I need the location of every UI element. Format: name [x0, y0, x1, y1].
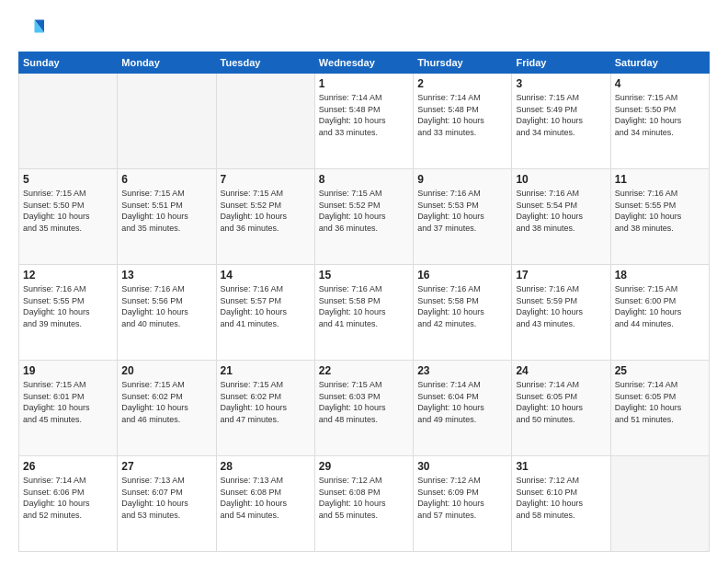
calendar-header-wednesday: Wednesday — [314, 52, 413, 74]
week-row-5: 26Sunrise: 7:14 AM Sunset: 6:06 PM Dayli… — [19, 456, 710, 552]
calendar-cell: 28Sunrise: 7:13 AM Sunset: 6:08 PM Dayli… — [216, 456, 314, 552]
day-info: Sunrise: 7:14 AM Sunset: 5:48 PM Dayligh… — [319, 92, 409, 138]
day-number: 23 — [417, 364, 507, 377]
calendar-cell — [19, 74, 118, 169]
day-number: 18 — [615, 269, 705, 282]
calendar-cell: 12Sunrise: 7:16 AM Sunset: 5:55 PM Dayli… — [19, 265, 118, 361]
day-info: Sunrise: 7:15 AM Sunset: 6:03 PM Dayligh… — [319, 379, 409, 425]
day-info: Sunrise: 7:16 AM Sunset: 5:55 PM Dayligh… — [23, 283, 113, 329]
calendar-cell: 3Sunrise: 7:15 AM Sunset: 5:49 PM Daylig… — [512, 74, 610, 169]
day-info: Sunrise: 7:14 AM Sunset: 6:05 PM Dayligh… — [516, 379, 606, 425]
day-number: 29 — [319, 460, 409, 473]
week-row-3: 12Sunrise: 7:16 AM Sunset: 5:55 PM Dayli… — [19, 265, 710, 361]
calendar-cell: 16Sunrise: 7:16 AM Sunset: 5:58 PM Dayli… — [414, 265, 512, 361]
calendar-cell: 17Sunrise: 7:16 AM Sunset: 5:59 PM Dayli… — [512, 265, 610, 361]
calendar-cell: 27Sunrise: 7:13 AM Sunset: 6:07 PM Dayli… — [118, 456, 216, 552]
calendar-cell: 2Sunrise: 7:14 AM Sunset: 5:48 PM Daylig… — [414, 74, 512, 169]
day-info: Sunrise: 7:15 AM Sunset: 5:50 PM Dayligh… — [23, 188, 113, 234]
day-info: Sunrise: 7:14 AM Sunset: 5:48 PM Dayligh… — [417, 92, 507, 138]
calendar-cell: 10Sunrise: 7:16 AM Sunset: 5:54 PM Dayli… — [512, 169, 610, 265]
day-number: 20 — [121, 364, 211, 377]
calendar-cell: 1Sunrise: 7:14 AM Sunset: 5:48 PM Daylig… — [314, 74, 413, 169]
day-number: 4 — [615, 77, 705, 90]
day-info: Sunrise: 7:15 AM Sunset: 6:01 PM Dayligh… — [23, 379, 113, 425]
calendar-cell: 29Sunrise: 7:12 AM Sunset: 6:08 PM Dayli… — [314, 456, 413, 552]
day-number: 6 — [121, 173, 211, 186]
calendar-cell — [216, 74, 314, 169]
day-info: Sunrise: 7:15 AM Sunset: 5:52 PM Dayligh… — [221, 188, 311, 234]
week-row-1: 1Sunrise: 7:14 AM Sunset: 5:48 PM Daylig… — [19, 74, 710, 169]
day-info: Sunrise: 7:13 AM Sunset: 6:07 PM Dayligh… — [121, 475, 211, 521]
day-info: Sunrise: 7:16 AM Sunset: 5:59 PM Dayligh… — [516, 283, 606, 329]
day-number: 16 — [417, 269, 507, 282]
calendar-cell: 19Sunrise: 7:15 AM Sunset: 6:01 PM Dayli… — [19, 361, 118, 456]
day-number: 11 — [615, 173, 705, 186]
calendar-cell: 23Sunrise: 7:14 AM Sunset: 6:04 PM Dayli… — [414, 361, 512, 456]
day-info: Sunrise: 7:16 AM Sunset: 5:54 PM Dayligh… — [516, 188, 606, 234]
day-info: Sunrise: 7:16 AM Sunset: 5:56 PM Dayligh… — [121, 283, 211, 329]
week-row-2: 5Sunrise: 7:15 AM Sunset: 5:50 PM Daylig… — [19, 169, 710, 265]
day-info: Sunrise: 7:16 AM Sunset: 5:55 PM Dayligh… — [615, 188, 705, 234]
day-info: Sunrise: 7:14 AM Sunset: 6:06 PM Dayligh… — [23, 475, 113, 521]
calendar-cell: 21Sunrise: 7:15 AM Sunset: 6:02 PM Dayli… — [216, 361, 314, 456]
calendar-cell: 15Sunrise: 7:16 AM Sunset: 5:58 PM Dayli… — [314, 265, 413, 361]
day-info: Sunrise: 7:15 AM Sunset: 5:52 PM Dayligh… — [319, 188, 409, 234]
day-info: Sunrise: 7:16 AM Sunset: 5:53 PM Dayligh… — [417, 188, 507, 234]
day-number: 8 — [319, 173, 409, 186]
calendar-cell: 5Sunrise: 7:15 AM Sunset: 5:50 PM Daylig… — [19, 169, 118, 265]
day-number: 24 — [516, 364, 606, 377]
day-number: 13 — [121, 269, 211, 282]
week-row-4: 19Sunrise: 7:15 AM Sunset: 6:01 PM Dayli… — [19, 361, 710, 456]
day-info: Sunrise: 7:15 AM Sunset: 6:02 PM Dayligh… — [121, 379, 211, 425]
calendar-header-friday: Friday — [512, 52, 610, 74]
day-info: Sunrise: 7:13 AM Sunset: 6:08 PM Dayligh… — [221, 475, 311, 521]
day-info: Sunrise: 7:12 AM Sunset: 6:09 PM Dayligh… — [417, 475, 507, 521]
day-info: Sunrise: 7:16 AM Sunset: 5:57 PM Dayligh… — [221, 283, 311, 329]
calendar-cell: 14Sunrise: 7:16 AM Sunset: 5:57 PM Dayli… — [216, 265, 314, 361]
calendar-cell: 31Sunrise: 7:12 AM Sunset: 6:10 PM Dayli… — [512, 456, 610, 552]
day-number: 19 — [23, 364, 113, 377]
calendar-cell: 20Sunrise: 7:15 AM Sunset: 6:02 PM Dayli… — [118, 361, 216, 456]
day-number: 9 — [417, 173, 507, 186]
calendar-header-thursday: Thursday — [414, 52, 512, 74]
day-number: 15 — [319, 269, 409, 282]
calendar-cell: 22Sunrise: 7:15 AM Sunset: 6:03 PM Dayli… — [314, 361, 413, 456]
day-info: Sunrise: 7:15 AM Sunset: 5:50 PM Dayligh… — [615, 92, 705, 138]
day-info: Sunrise: 7:14 AM Sunset: 6:04 PM Dayligh… — [417, 379, 507, 425]
day-number: 25 — [615, 364, 705, 377]
day-info: Sunrise: 7:16 AM Sunset: 5:58 PM Dayligh… — [417, 283, 507, 329]
calendar-cell: 9Sunrise: 7:16 AM Sunset: 5:53 PM Daylig… — [414, 169, 512, 265]
day-number: 17 — [516, 269, 606, 282]
calendar-cell: 30Sunrise: 7:12 AM Sunset: 6:09 PM Dayli… — [414, 456, 512, 552]
page: SundayMondayTuesdayWednesdayThursdayFrid… — [0, 0, 728, 563]
day-number: 30 — [417, 460, 507, 473]
day-number: 27 — [121, 460, 211, 473]
day-number: 22 — [319, 364, 409, 377]
day-number: 28 — [221, 460, 311, 473]
calendar-header-monday: Monday — [118, 52, 216, 74]
day-info: Sunrise: 7:15 AM Sunset: 6:00 PM Dayligh… — [615, 283, 705, 329]
calendar-cell: 13Sunrise: 7:16 AM Sunset: 5:56 PM Dayli… — [118, 265, 216, 361]
day-info: Sunrise: 7:15 AM Sunset: 5:49 PM Dayligh… — [516, 92, 606, 138]
day-number: 10 — [516, 173, 606, 186]
day-number: 2 — [417, 77, 507, 90]
calendar-cell: 26Sunrise: 7:14 AM Sunset: 6:06 PM Dayli… — [19, 456, 118, 552]
day-number: 12 — [23, 269, 113, 282]
day-number: 14 — [221, 269, 311, 282]
day-number: 31 — [516, 460, 606, 473]
calendar-cell: 4Sunrise: 7:15 AM Sunset: 5:50 PM Daylig… — [610, 74, 709, 169]
calendar-cell: 8Sunrise: 7:15 AM Sunset: 5:52 PM Daylig… — [314, 169, 413, 265]
calendar-cell: 7Sunrise: 7:15 AM Sunset: 5:52 PM Daylig… — [216, 169, 314, 265]
calendar-cell: 18Sunrise: 7:15 AM Sunset: 6:00 PM Dayli… — [610, 265, 709, 361]
calendar-header-tuesday: Tuesday — [216, 52, 314, 74]
calendar-cell: 11Sunrise: 7:16 AM Sunset: 5:55 PM Dayli… — [610, 169, 709, 265]
day-info: Sunrise: 7:12 AM Sunset: 6:08 PM Dayligh… — [319, 475, 409, 521]
calendar-header-saturday: Saturday — [610, 52, 709, 74]
day-info: Sunrise: 7:12 AM Sunset: 6:10 PM Dayligh… — [516, 475, 606, 521]
calendar-table: SundayMondayTuesdayWednesdayThursdayFrid… — [18, 52, 710, 552]
day-number: 5 — [23, 173, 113, 186]
day-number: 26 — [23, 460, 113, 473]
calendar-cell — [610, 456, 709, 552]
header — [18, 17, 710, 42]
day-info: Sunrise: 7:14 AM Sunset: 6:05 PM Dayligh… — [615, 379, 705, 425]
